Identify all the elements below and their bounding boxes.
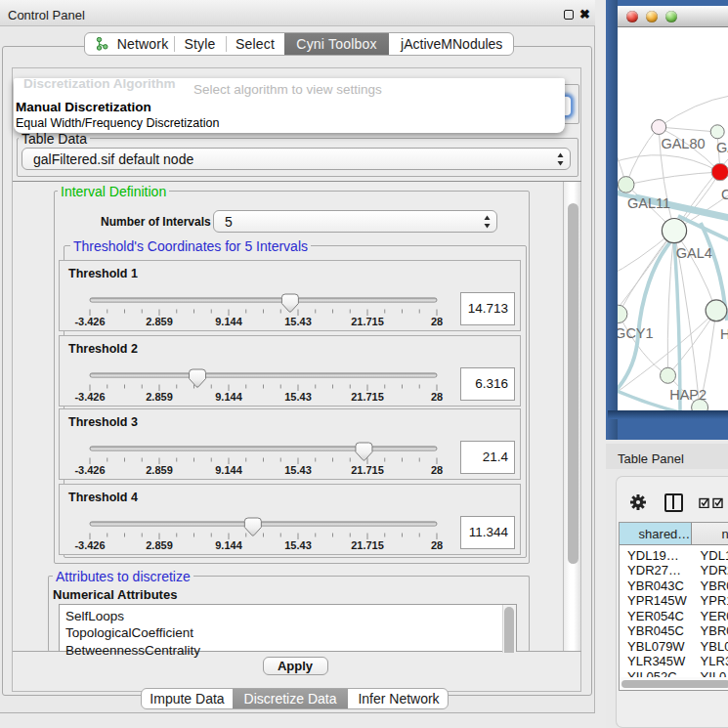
- svg-text:GAL80: GAL80: [661, 136, 705, 151]
- svg-text:GAL4: GAL4: [676, 245, 712, 261]
- svg-text:2.859: 2.859: [146, 391, 173, 403]
- svg-text:2.859: 2.859: [146, 316, 173, 327]
- svg-text:28: 28: [431, 316, 443, 327]
- svg-text:15.43: 15.43: [284, 539, 312, 551]
- svg-text:GA: GA: [716, 140, 728, 155]
- svg-text:-3.426: -3.426: [74, 391, 105, 403]
- svg-text:21.715: 21.715: [351, 316, 384, 327]
- svg-text:9.144: 9.144: [215, 539, 242, 551]
- svg-text:21.715: 21.715: [351, 391, 384, 403]
- svg-text:-3.426: -3.426: [74, 464, 105, 476]
- svg-text:GAL11: GAL11: [627, 195, 670, 211]
- svg-text:GCY1: GCY1: [618, 325, 654, 341]
- svg-text:28: 28: [431, 464, 443, 476]
- svg-text:9.144: 9.144: [215, 391, 242, 403]
- svg-text:21.715: 21.715: [351, 539, 384, 551]
- svg-text:2.859: 2.859: [146, 464, 173, 476]
- svg-text:C: C: [721, 187, 728, 202]
- svg-text:15.43: 15.43: [284, 391, 312, 403]
- svg-text:9.144: 9.144: [215, 464, 242, 476]
- svg-text:15.43: 15.43: [284, 316, 312, 327]
- svg-text:9.144: 9.144: [215, 316, 242, 327]
- svg-text:2.859: 2.859: [146, 539, 173, 551]
- svg-text:H: H: [720, 326, 728, 342]
- svg-text:21.715: 21.715: [351, 464, 384, 476]
- svg-text:28: 28: [431, 391, 443, 403]
- svg-text:-3.426: -3.426: [74, 316, 105, 327]
- svg-text:-3.426: -3.426: [74, 539, 105, 551]
- svg-text:HAP2: HAP2: [669, 387, 707, 403]
- svg-text:28: 28: [431, 539, 443, 551]
- svg-text:15.43: 15.43: [284, 464, 312, 476]
